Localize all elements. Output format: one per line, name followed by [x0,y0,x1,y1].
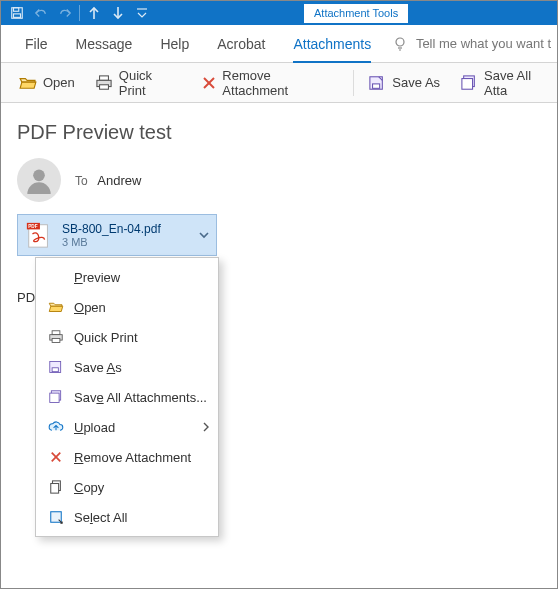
open-label: Open [43,75,75,90]
x-icon [46,451,66,463]
ctx-upload[interactable]: Upload [36,412,218,442]
ctx-copy[interactable]: Copy [36,472,218,502]
copy-icon [46,480,66,494]
menu-bar: File Message Help Acrobat Attachments Te… [1,25,557,63]
context-tab-label: Attachment Tools [304,4,408,23]
svg-rect-7 [99,75,108,79]
pdf-file-icon: PDF [26,221,52,249]
save-icon[interactable] [5,1,29,25]
svg-rect-22 [52,339,60,343]
tell-me-search[interactable]: Tell me what you want t [392,36,557,52]
ctx-remove[interactable]: Remove Attachment [36,442,218,472]
remove-label: Remove Attachment [222,68,339,98]
ctx-select-all[interactable]: Select All [36,502,218,532]
folder-open-icon [19,76,37,90]
svg-rect-15 [462,78,473,89]
ctx-save-as-label: Save As [74,360,122,375]
select-all-icon [46,510,66,524]
toolbar-separator [353,70,354,96]
svg-rect-30 [51,484,59,494]
to-value: Andrew [97,173,141,188]
ctx-open[interactable]: Open [36,292,218,322]
ctx-open-label: Open [74,300,106,315]
menu-acrobat[interactable]: Acrobat [203,25,279,62]
ctx-preview-label: Preview [74,270,120,285]
avatar [17,158,61,202]
submenu-arrow-icon [202,422,210,432]
svg-rect-9 [99,84,108,88]
svg-text:PDF: PDF [28,224,37,229]
chevron-down-icon[interactable] [198,229,210,241]
ctx-remove-label: Remove Attachment [74,450,191,465]
menu-message[interactable]: Message [62,25,147,62]
svg-point-16 [33,170,45,182]
person-icon [25,166,53,194]
ctx-preview[interactable]: Preview [36,262,218,292]
menu-attachments[interactable]: Attachments [279,25,385,62]
save-all-button[interactable]: Save All Atta [450,64,557,102]
svg-point-4 [396,38,404,46]
quick-print-button[interactable]: Quick Print [85,64,193,102]
arrow-up-icon[interactable] [82,1,106,25]
qat-separator [79,5,80,21]
attachment-filesize: 3 MB [62,236,161,248]
attachment-filename: SB-800_En-04.pdf [62,222,161,236]
ctx-select-all-label: Select All [74,510,127,525]
svg-rect-1 [14,8,19,12]
ctx-save-all-label: Save All Attachments... [74,390,207,405]
tell-me-label: Tell me what you want t [416,36,551,51]
cloud-upload-icon [46,421,66,433]
open-button[interactable]: Open [9,71,85,94]
svg-rect-26 [50,393,59,402]
save-all-label: Save All Atta [484,68,557,98]
remove-attachment-button[interactable]: Remove Attachment [192,64,349,102]
svg-rect-24 [52,368,58,372]
arrow-down-icon[interactable] [106,1,130,25]
ctx-quick-print-label: Quick Print [74,330,138,345]
save-as-button[interactable]: Save As [358,71,450,95]
attachment-chip[interactable]: PDF SB-800_En-04.pdf 3 MB [17,214,217,256]
x-icon [202,76,216,90]
quick-print-label: Quick Print [119,68,183,98]
customize-qat-icon[interactable] [130,1,154,25]
save-all-icon [46,390,66,404]
ribbon-toolbar: Open Quick Print Remove Attachment Save … [1,63,557,103]
mail-subject: PDF Preview test [17,121,541,144]
ctx-save-as[interactable]: Save As [36,352,218,382]
save-as-icon [46,360,66,374]
ctx-copy-label: Copy [74,480,104,495]
undo-icon[interactable] [29,1,53,25]
svg-rect-20 [52,331,60,335]
ctx-save-all[interactable]: Save All Attachments... [36,382,218,412]
menu-file[interactable]: File [11,25,62,62]
title-bar: Attachment Tools [1,1,557,25]
redo-icon[interactable] [53,1,77,25]
recipient-row: To Andrew [17,158,541,202]
svg-rect-2 [14,14,21,18]
lightbulb-icon [392,36,408,52]
ctx-quick-print[interactable]: Quick Print [36,322,218,352]
svg-rect-13 [373,83,380,87]
save-all-icon [460,75,478,91]
attachment-context-menu: Preview Open Quick Print Save As Save Al… [35,257,219,537]
printer-icon [95,75,113,91]
save-as-icon [368,75,386,91]
menu-help[interactable]: Help [146,25,203,62]
printer-icon [46,330,66,344]
save-as-label: Save As [392,75,440,90]
to-label: To [75,174,88,188]
folder-open-icon [46,301,66,313]
ctx-upload-label: Upload [74,420,115,435]
